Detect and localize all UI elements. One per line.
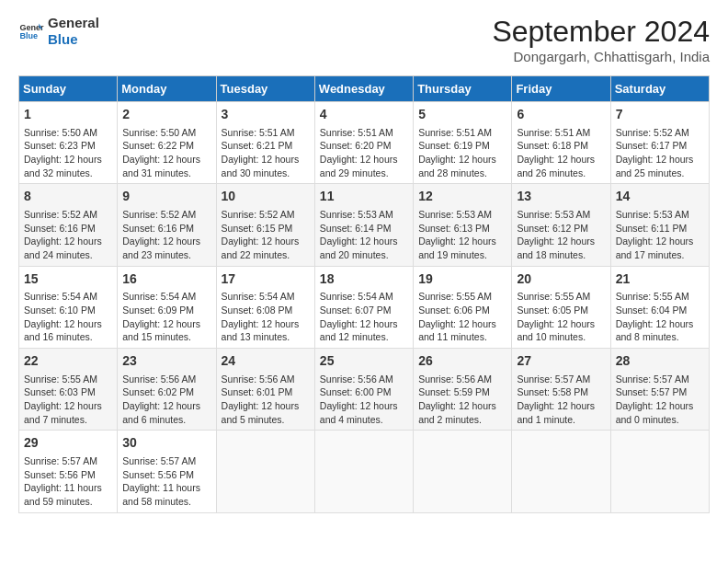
calendar-cell: 4Sunrise: 5:51 AM Sunset: 6:20 PM Daylig…: [314, 102, 413, 184]
cell-info: Sunrise: 5:55 AM Sunset: 6:05 PM Dayligh…: [517, 290, 605, 344]
calendar-cell: 6Sunrise: 5:51 AM Sunset: 6:18 PM Daylig…: [512, 102, 610, 184]
day-number: 16: [122, 270, 210, 289]
calendar-cell: 26Sunrise: 5:56 AM Sunset: 5:59 PM Dayli…: [414, 349, 512, 431]
cell-info: Sunrise: 5:51 AM Sunset: 6:19 PM Dayligh…: [418, 126, 506, 180]
calendar-cell: 11Sunrise: 5:53 AM Sunset: 6:14 PM Dayli…: [314, 184, 413, 266]
cell-info: Sunrise: 5:52 AM Sunset: 6:16 PM Dayligh…: [24, 208, 112, 262]
cell-info: Sunrise: 5:56 AM Sunset: 6:00 PM Dayligh…: [320, 373, 408, 427]
day-number: 24: [222, 352, 310, 371]
cell-info: Sunrise: 5:57 AM Sunset: 5:56 PM Dayligh…: [24, 454, 112, 509]
cell-info: Sunrise: 5:54 AM Sunset: 6:08 PM Dayligh…: [222, 290, 310, 344]
cell-info: Sunrise: 5:57 AM Sunset: 5:56 PM Dayligh…: [122, 454, 210, 509]
day-number: 9: [122, 188, 210, 206]
logo-icon: General Blue: [18, 18, 44, 44]
cell-info: Sunrise: 5:56 AM Sunset: 5:59 PM Dayligh…: [418, 373, 506, 427]
cell-info: Sunrise: 5:54 AM Sunset: 6:07 PM Dayligh…: [320, 290, 408, 344]
calendar-cell: 24Sunrise: 5:56 AM Sunset: 6:01 PM Dayli…: [216, 349, 314, 431]
day-number: 29: [24, 434, 112, 453]
cell-info: Sunrise: 5:51 AM Sunset: 6:18 PM Dayligh…: [517, 126, 605, 180]
day-number: 10: [222, 188, 310, 206]
day-number: 25: [320, 352, 408, 371]
calendar-cell: 18Sunrise: 5:54 AM Sunset: 6:07 PM Dayli…: [314, 266, 413, 348]
calendar-cell: 28Sunrise: 5:57 AM Sunset: 5:57 PM Dayli…: [610, 349, 709, 431]
col-wednesday: Wednesday: [314, 76, 413, 102]
col-thursday: Thursday: [414, 76, 512, 102]
header: General Blue General Blue September 2024…: [18, 15, 710, 64]
calendar-cell: 25Sunrise: 5:56 AM Sunset: 6:00 PM Dayli…: [314, 349, 413, 431]
day-number: 4: [320, 106, 408, 124]
calendar-cell: [314, 431, 413, 512]
day-number: 27: [517, 352, 605, 371]
calendar-cell: 13Sunrise: 5:53 AM Sunset: 6:12 PM Dayli…: [512, 184, 610, 266]
cell-info: Sunrise: 5:57 AM Sunset: 5:58 PM Dayligh…: [517, 373, 605, 427]
month-title: September 2024: [492, 15, 710, 49]
day-number: 17: [222, 270, 310, 289]
calendar-cell: 3Sunrise: 5:51 AM Sunset: 6:21 PM Daylig…: [216, 102, 314, 184]
calendar-cell: 16Sunrise: 5:54 AM Sunset: 6:09 PM Dayli…: [118, 266, 216, 348]
day-number: 5: [418, 106, 506, 124]
calendar-cell: 5Sunrise: 5:51 AM Sunset: 6:19 PM Daylig…: [414, 102, 512, 184]
day-number: 30: [122, 434, 210, 453]
calendar-cell: 14Sunrise: 5:53 AM Sunset: 6:11 PM Dayli…: [610, 184, 709, 266]
day-number: 11: [320, 188, 408, 206]
calendar-cell: 1Sunrise: 5:50 AM Sunset: 6:23 PM Daylig…: [19, 102, 118, 184]
calendar-cell: 2Sunrise: 5:50 AM Sunset: 6:22 PM Daylig…: [118, 102, 216, 184]
calendar-cell: 19Sunrise: 5:55 AM Sunset: 6:06 PM Dayli…: [414, 266, 512, 348]
cell-info: Sunrise: 5:53 AM Sunset: 6:14 PM Dayligh…: [320, 208, 408, 262]
cell-info: Sunrise: 5:53 AM Sunset: 6:12 PM Dayligh…: [517, 208, 605, 262]
day-number: 23: [122, 352, 210, 371]
cell-info: Sunrise: 5:52 AM Sunset: 6:17 PM Dayligh…: [616, 126, 704, 180]
day-number: 1: [24, 106, 112, 124]
week-row-3: 15Sunrise: 5:54 AM Sunset: 6:10 PM Dayli…: [19, 266, 710, 348]
day-number: 7: [616, 106, 704, 124]
day-number: 21: [616, 270, 704, 289]
cell-info: Sunrise: 5:55 AM Sunset: 6:06 PM Dayligh…: [418, 290, 506, 344]
day-number: 14: [616, 188, 704, 206]
day-number: 6: [517, 106, 605, 124]
cell-info: Sunrise: 5:52 AM Sunset: 6:16 PM Dayligh…: [122, 208, 210, 262]
cell-info: Sunrise: 5:51 AM Sunset: 6:21 PM Dayligh…: [222, 126, 310, 180]
calendar-cell: 20Sunrise: 5:55 AM Sunset: 6:05 PM Dayli…: [512, 266, 610, 348]
day-number: 26: [418, 352, 506, 371]
location: Dongargarh, Chhattisgarh, India: [492, 49, 710, 64]
calendar-cell: 9Sunrise: 5:52 AM Sunset: 6:16 PM Daylig…: [118, 184, 216, 266]
day-number: 13: [517, 188, 605, 206]
col-sunday: Sunday: [19, 76, 118, 102]
col-tuesday: Tuesday: [216, 76, 314, 102]
calendar-cell: [414, 431, 512, 512]
day-number: 19: [418, 270, 506, 289]
week-row-5: 29Sunrise: 5:57 AM Sunset: 5:56 PM Dayli…: [19, 431, 710, 512]
svg-text:Blue: Blue: [19, 31, 38, 40]
logo-general: General: [48, 15, 99, 31]
logo: General Blue General Blue: [18, 15, 99, 48]
cell-info: Sunrise: 5:56 AM Sunset: 6:01 PM Dayligh…: [222, 373, 310, 427]
col-saturday: Saturday: [610, 76, 709, 102]
title-block: September 2024 Dongargarh, Chhattisgarh,…: [492, 15, 710, 64]
day-number: 18: [320, 270, 408, 289]
cell-info: Sunrise: 5:56 AM Sunset: 6:02 PM Dayligh…: [122, 373, 210, 427]
calendar-cell: 15Sunrise: 5:54 AM Sunset: 6:10 PM Dayli…: [19, 266, 118, 348]
cell-info: Sunrise: 5:50 AM Sunset: 6:23 PM Dayligh…: [24, 126, 112, 180]
calendar-cell: 7Sunrise: 5:52 AM Sunset: 6:17 PM Daylig…: [610, 102, 709, 184]
col-friday: Friday: [512, 76, 610, 102]
calendar-table: SundayMondayTuesdayWednesdayThursdayFrid…: [18, 75, 710, 513]
cell-info: Sunrise: 5:57 AM Sunset: 5:57 PM Dayligh…: [616, 373, 704, 427]
cell-info: Sunrise: 5:55 AM Sunset: 6:04 PM Dayligh…: [616, 290, 704, 344]
day-number: 12: [418, 188, 506, 206]
calendar-cell: 8Sunrise: 5:52 AM Sunset: 6:16 PM Daylig…: [19, 184, 118, 266]
page: General Blue General Blue September 2024…: [0, 0, 728, 528]
day-number: 3: [222, 106, 310, 124]
day-number: 15: [24, 270, 112, 289]
cell-info: Sunrise: 5:53 AM Sunset: 6:11 PM Dayligh…: [616, 208, 704, 262]
cell-info: Sunrise: 5:54 AM Sunset: 6:10 PM Dayligh…: [24, 290, 112, 344]
day-number: 2: [122, 106, 210, 124]
calendar-cell: 27Sunrise: 5:57 AM Sunset: 5:58 PM Dayli…: [512, 349, 610, 431]
calendar-cell: 23Sunrise: 5:56 AM Sunset: 6:02 PM Dayli…: [118, 349, 216, 431]
col-monday: Monday: [118, 76, 216, 102]
calendar-cell: 21Sunrise: 5:55 AM Sunset: 6:04 PM Dayli…: [610, 266, 709, 348]
week-row-2: 8Sunrise: 5:52 AM Sunset: 6:16 PM Daylig…: [19, 184, 710, 266]
calendar-cell: 17Sunrise: 5:54 AM Sunset: 6:08 PM Dayli…: [216, 266, 314, 348]
calendar-cell: 12Sunrise: 5:53 AM Sunset: 6:13 PM Dayli…: [414, 184, 512, 266]
calendar-cell: [512, 431, 610, 512]
cell-info: Sunrise: 5:50 AM Sunset: 6:22 PM Dayligh…: [122, 126, 210, 180]
